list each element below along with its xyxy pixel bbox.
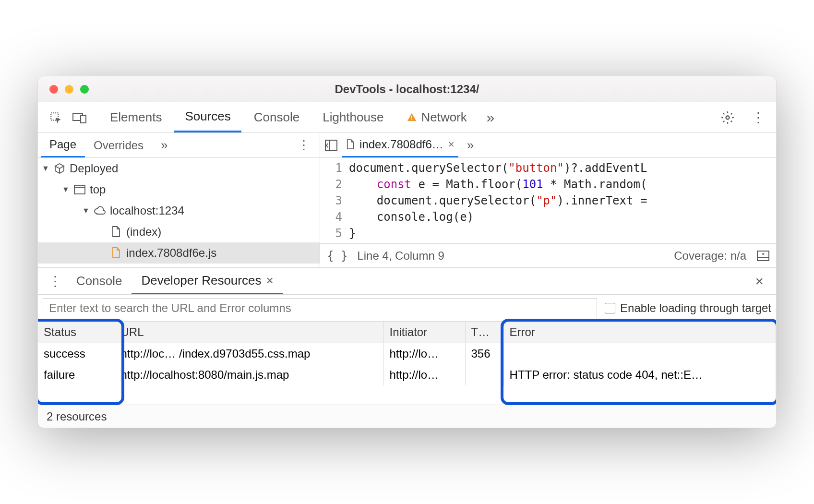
resource-count: 2 resources	[47, 410, 107, 423]
tree-label: Deployed	[70, 162, 118, 175]
cell-status: failure	[38, 364, 115, 385]
table-row[interactable]: success http://loc… /index.d9703d55.css.…	[38, 343, 776, 365]
cell-url: http://localhost:8080/main.js.map	[115, 364, 383, 385]
frame-icon	[73, 183, 86, 196]
cursor-position: Line 4, Column 9	[357, 249, 444, 263]
tab-lighthouse[interactable]: Lighthouse	[312, 102, 394, 132]
navigator-sidebar: Page Overrides » ⋮ ▼ Deployed ▼	[38, 133, 320, 267]
tree-label: index.7808df6e.js	[126, 246, 216, 260]
col-url[interactable]: URL	[115, 322, 383, 343]
minimize-window-button[interactable]	[65, 85, 73, 94]
svg-rect-6	[74, 185, 85, 194]
checkbox-label: Enable loading through target	[620, 301, 771, 315]
sidebar-tab-overrides[interactable]: Overrides	[85, 133, 152, 157]
code-editor[interactable]: 12345 document.querySelector("button")?.…	[320, 158, 776, 243]
drawer-tab-developer-resources[interactable]: Developer Resources ×	[132, 268, 283, 294]
tab-label: Overrides	[94, 139, 144, 152]
svg-rect-10	[757, 251, 769, 261]
line-gutter: 12345	[320, 160, 349, 243]
cell-status: success	[38, 343, 115, 365]
svg-rect-4	[412, 119, 413, 120]
search-input[interactable]	[43, 298, 597, 318]
tab-label: Console	[254, 110, 299, 125]
col-status[interactable]: Status	[38, 322, 115, 343]
table-row	[38, 385, 776, 405]
tree-row-host[interactable]: ▼ localhost:1234	[38, 200, 320, 221]
chevron-down-icon: ▼	[62, 185, 70, 194]
svg-rect-2	[81, 116, 86, 123]
more-tabs-icon[interactable]: »	[479, 107, 502, 129]
sources-panel: Page Overrides » ⋮ ▼ Deployed ▼	[38, 133, 776, 267]
tab-elements[interactable]: Elements	[99, 102, 172, 132]
drawer-toolbar: Enable loading through target	[38, 295, 776, 322]
cell-initiator: http://lo…	[383, 343, 465, 365]
cloud-icon	[94, 204, 106, 217]
tree-label: top	[90, 183, 106, 196]
titlebar: DevTools - localhost:1234/	[38, 76, 776, 102]
cell-error: HTTP error: status code 404, net::E…	[503, 364, 776, 385]
sidebar-kebab-icon[interactable]: ⋮	[291, 138, 317, 153]
tab-network[interactable]: Network	[396, 102, 477, 132]
zoom-window-button[interactable]	[80, 85, 89, 94]
col-initiator[interactable]: Initiator	[383, 322, 465, 343]
drawer-kebab-icon[interactable]: ⋮	[44, 273, 67, 289]
cell-error	[503, 343, 776, 365]
inspect-element-icon[interactable]	[45, 107, 67, 129]
svg-point-5	[726, 116, 730, 119]
editor-tabstrip: index.7808df6… × »	[320, 133, 776, 158]
main-tabstrip: Elements Sources Console Lighthouse Netw…	[38, 102, 776, 133]
tab-label: Elements	[110, 110, 162, 125]
tab-label: Console	[76, 274, 122, 288]
coverage-status: Coverage: n/a	[674, 249, 746, 263]
table-row[interactable]: failure http://localhost:8080/main.js.ma…	[38, 364, 776, 385]
navigator-tabs: Page Overrides » ⋮	[38, 133, 320, 158]
editor-tab[interactable]: index.7808df6… ×	[342, 133, 458, 157]
checkbox[interactable]	[605, 303, 615, 313]
resources-table: Status URL Initiator T… Error success ht…	[38, 322, 776, 405]
editor-pane: index.7808df6… × » 12345 document.queryS…	[320, 133, 776, 267]
col-t[interactable]: T…	[465, 322, 503, 343]
col-error[interactable]: Error	[503, 322, 776, 343]
devtools-window: DevTools - localhost:1234/ Elements Sour…	[37, 76, 777, 428]
cell-t	[465, 364, 503, 385]
document-icon	[110, 226, 122, 238]
resources-table-wrap: Status URL Initiator T… Error success ht…	[38, 322, 776, 405]
settings-icon[interactable]	[717, 107, 739, 129]
svg-rect-3	[412, 116, 413, 119]
more-sidebar-tabs-icon[interactable]: »	[152, 133, 176, 157]
enable-target-checkbox[interactable]: Enable loading through target	[605, 301, 771, 315]
tab-sources[interactable]: Sources	[174, 102, 241, 132]
pretty-print-icon[interactable]: { }	[327, 249, 347, 263]
tab-label: Page	[49, 138, 76, 151]
toggle-navigator-icon[interactable]	[325, 140, 337, 151]
close-drawer-icon[interactable]: ×	[748, 273, 770, 289]
drawer: ⋮ Console Developer Resources × × Enable…	[38, 267, 776, 428]
table-header-row: Status URL Initiator T… Error	[38, 322, 776, 343]
window-controls	[49, 85, 89, 94]
document-icon	[346, 139, 355, 150]
resources-footer: 2 resources	[38, 405, 776, 428]
editor-statusbar: { } Line 4, Column 9 Coverage: n/a	[320, 243, 776, 267]
code-body[interactable]: document.querySelector("button")?.addEve…	[349, 160, 776, 243]
editor-tab-label: index.7808df6…	[359, 138, 443, 151]
cube-icon	[53, 162, 66, 175]
tree-row-file[interactable]: index.7808df6e.js	[38, 242, 320, 264]
more-editor-tabs-icon[interactable]: »	[463, 138, 478, 153]
file-tree: ▼ Deployed ▼ top ▼	[38, 158, 320, 267]
close-window-button[interactable]	[49, 85, 58, 94]
warning-icon	[407, 112, 417, 123]
tree-row-deployed[interactable]: ▼ Deployed	[38, 158, 320, 179]
kebab-menu-icon[interactable]: ⋮	[747, 107, 769, 129]
toggle-drawer-icon[interactable]	[757, 251, 769, 261]
tree-row-top[interactable]: ▼ top	[38, 179, 320, 200]
device-toolbar-icon[interactable]	[69, 107, 91, 129]
window-title: DevTools - localhost:1234/	[335, 83, 479, 96]
drawer-tabstrip: ⋮ Console Developer Resources × ×	[38, 268, 776, 295]
tab-console[interactable]: Console	[243, 102, 310, 132]
drawer-tab-console[interactable]: Console	[67, 268, 132, 294]
tree-row-file[interactable]: (index)	[38, 221, 320, 242]
close-tab-icon[interactable]: ×	[266, 273, 273, 288]
sidebar-tab-page[interactable]: Page	[41, 133, 85, 157]
close-tab-icon[interactable]: ×	[448, 138, 455, 151]
cell-t: 356	[465, 343, 503, 365]
